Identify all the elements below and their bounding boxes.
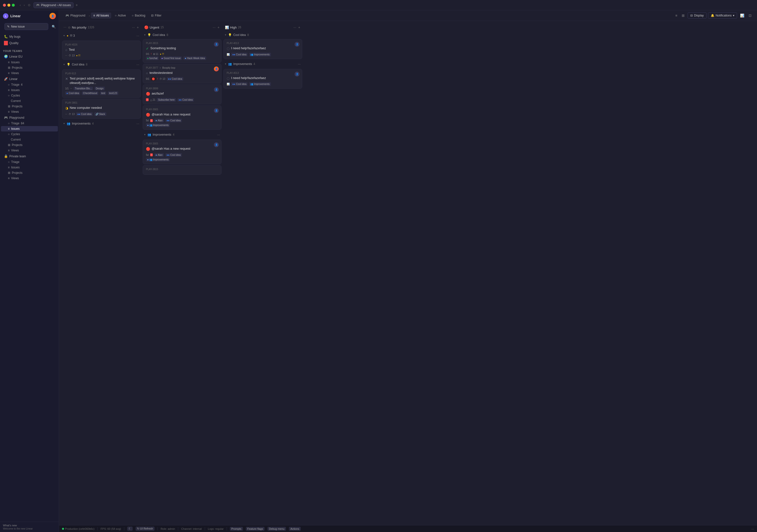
card-play-3815[interactable]: 👤 PLAY-3815 ✓ Something testing 0/1 ! ⊞ … <box>143 39 222 63</box>
sidebar-item-mybugs[interactable]: 🐛 My bugs <box>1 34 58 40</box>
filter-button[interactable]: ⊟ Filter <box>149 13 164 18</box>
sidebar-item-quality[interactable]: ● Quality <box>1 40 58 47</box>
user-avatar[interactable]: 👤 <box>49 13 56 19</box>
prompts-button[interactable]: Prompts <box>230 527 243 531</box>
item-label: Views <box>11 110 19 113</box>
card-title: ○ Test <box>65 47 137 53</box>
sidebar-item-private-projects[interactable]: ⊞ Projects <box>1 170 58 175</box>
sidebar-item-playground-projects[interactable]: ⊞ Projects <box>1 142 58 148</box>
maximize-button[interactable] <box>12 4 15 7</box>
debug-menu-button[interactable]: Debug menu <box>267 527 286 531</box>
card-play-4013[interactable]: 👤 PLAY-4013 ◌ I need help!fazefazefaez 📊… <box>224 39 302 59</box>
collapse-group-button[interactable]: ▼ <box>63 63 65 66</box>
meta-chart: 📊 <box>227 53 229 56</box>
item-label: My bugs <box>9 35 20 38</box>
sidebar-item-playground-triage[interactable]: ○ Triage 84 <box>1 121 58 126</box>
notifications-button[interactable]: 🔔 Notifications ▾ <box>708 12 737 19</box>
collapse-group-button[interactable]: ▼ <box>63 122 65 125</box>
new-issue-button[interactable]: ✎ New issue <box>4 23 48 30</box>
sidebar-item-private-views[interactable]: ≡ Views <box>1 175 58 181</box>
sidebar-item-playground-issues[interactable]: ≡ Issues <box>1 126 58 132</box>
collapse-group-button[interactable]: ▼ <box>144 134 146 136</box>
sidebar-item-linear-eu-issues[interactable]: ≡ Issues <box>1 60 58 65</box>
ui-refresh-button[interactable]: ↻ UI Refresh <box>136 527 155 531</box>
sidebar-item-linear-projects[interactable]: ⊞ Projects <box>1 104 58 109</box>
sidebar-item-playground-cycles[interactable]: ○ Cycles <box>1 132 58 137</box>
sidebar-item-linear-current[interactable]: Current <box>1 98 58 104</box>
divider <box>227 527 227 531</box>
card-play-3899[interactable]: 👤 PLAY-3899 🔴 aezfazef ! △ 21 Subscribe … <box>143 84 222 104</box>
group-more-button[interactable]: ··· <box>136 33 140 38</box>
sidebar-item-private-triage[interactable]: ○ Triage <box>1 159 58 165</box>
card-play-3977[interactable]: 👤 PLAY-3977 › Boopity bop ○ testtesteste… <box>143 64 222 84</box>
card-meta: 5d ! ● Alan ●● Cool idea <box>146 153 218 157</box>
tab-backlog[interactable]: ○ Backlog <box>129 13 148 18</box>
sidebar-item-linear-cycles[interactable]: ○ Cycles <box>1 93 58 98</box>
item-label: Triage <box>11 83 19 86</box>
meta-grid: ⊞ 11 <box>153 53 159 55</box>
sidebar-item-linear-issues[interactable]: ≡ Issues <box>1 87 58 93</box>
card-play-4013-imp[interactable]: 👤 PLAY-4013 ◌ I need help!fazefazefaez 📊… <box>224 69 302 89</box>
card-play-3905[interactable]: 👤 PLAY-3905 🔴 @sarah Has a new request 5… <box>143 105 222 130</box>
group-more-button[interactable]: ··· <box>217 132 221 137</box>
group-more-button[interactable]: ··· <box>297 62 301 67</box>
group-more-button[interactable]: ··· <box>136 121 140 126</box>
close-button[interactable] <box>3 4 6 7</box>
meta-priority: ! <box>150 119 153 122</box>
sidebar-brand[interactable]: L Linear <box>3 13 21 19</box>
sidebar-item-playground-views[interactable]: ≡ Views <box>1 148 58 153</box>
theme-toggle-button[interactable]: ☾ <box>127 527 133 531</box>
sidebar-header: L Linear 👤 <box>0 10 59 22</box>
more-options-button[interactable]: ··· <box>212 25 216 30</box>
card-play-3801[interactable]: PLAY-3801 ◑ New computer needed ··· ⏱ 13… <box>62 99 141 119</box>
team-name: Playground <box>9 116 24 119</box>
tab-active[interactable]: ○ Active <box>112 13 128 18</box>
card-play-4026[interactable]: PLAY-4026 ○ Test ··· ⏱ 13 ● !!! <box>62 41 141 60</box>
sidebar-team-private[interactable]: 🔒 Private team <box>1 153 58 159</box>
card-play-3815-imp[interactable]: PLAY-3815 <box>143 165 222 175</box>
sidebar-item-playground-current[interactable]: Current <box>1 137 58 142</box>
card-play-613[interactable]: PLAY-613 ✕ Test project sdoifj weoifj we… <box>62 69 141 98</box>
chart-button[interactable]: 📊 <box>739 13 746 18</box>
breadcrumb-button[interactable]: 🎮 Playground <box>63 13 88 18</box>
display-button[interactable]: ⊟ Display <box>688 12 706 19</box>
forward-button[interactable]: › <box>23 3 26 7</box>
layout-button[interactable]: ⊡ <box>747 13 753 18</box>
card-play-3905-imp[interactable]: 👤 PLAY-3905 🔴 @sarah Has a new request 5… <box>143 140 222 164</box>
sidebar-item-linear-views[interactable]: ≡ Views <box>1 109 58 114</box>
add-card-button[interactable]: + <box>298 25 301 30</box>
feature-flags-button[interactable]: Feature flags <box>246 527 264 531</box>
column-urgent: 🔴 Urgent 15 ··· + ▼ 💡 Cool idea <box>143 24 222 522</box>
sidebar-team-playground[interactable]: 🎮 Playground <box>1 114 58 121</box>
sidebar-item-linear-eu-projects[interactable]: ⊞ Projects <box>1 65 58 70</box>
collapse-group-button[interactable]: ▼ <box>225 34 227 36</box>
no-priority-content: ▼ ● !!! 3 ··· PLAY-4026 ○ Test ··· <box>62 32 141 522</box>
projects-icon: ⊞ <box>8 143 10 147</box>
sidebar-item-linear-eu-views[interactable]: ≡ Views <box>1 70 58 76</box>
group-more-button[interactable]: ··· <box>136 62 140 67</box>
history-button[interactable]: ⊙ <box>27 3 32 7</box>
tag-hack-week: ● Hack Week Idea <box>183 56 206 60</box>
search-button[interactable]: 🔍 <box>51 24 57 30</box>
grid-view-button[interactable]: ⊞ <box>680 13 686 18</box>
more-options-button[interactable]: ··· <box>132 25 136 30</box>
tag-subscribe: Subscribe here <box>157 98 176 102</box>
collapse-group-button[interactable]: ▼ <box>63 34 65 37</box>
collapse-group-button[interactable]: ▼ <box>144 34 146 36</box>
current-tab[interactable]: 🎮 Playground › All issues <box>34 2 74 8</box>
more-options-button[interactable]: ··· <box>293 25 297 30</box>
minimize-button[interactable] <box>7 4 10 7</box>
sidebar-item-private-issues[interactable]: ≡ Issues <box>1 165 58 170</box>
tab-all-issues[interactable]: ≡ All Issues <box>91 13 111 18</box>
sidebar-team-linear-eu[interactable]: 🌍 Linear EU <box>1 53 58 60</box>
actions-button[interactable]: Actions <box>289 527 301 531</box>
card-avatar: 👤 <box>214 42 219 47</box>
list-view-button[interactable]: ≡ <box>674 13 679 18</box>
sidebar-team-linear[interactable]: 🚀 Linear <box>1 76 58 82</box>
collapse-group-button[interactable]: ▼ <box>225 63 227 65</box>
add-card-button[interactable]: + <box>217 25 220 30</box>
new-tab-button[interactable]: + <box>75 3 79 7</box>
add-card-button[interactable]: + <box>136 25 139 30</box>
back-button[interactable]: ‹ <box>19 3 22 7</box>
sidebar-item-linear-triage[interactable]: ○ Triage 4 <box>1 82 58 87</box>
